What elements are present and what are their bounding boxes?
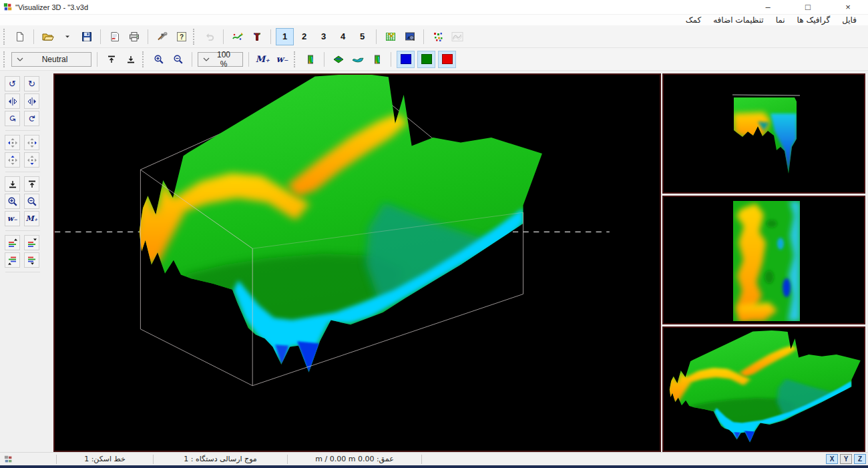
save-button[interactable] bbox=[77, 28, 95, 45]
axis-z-button[interactable]: Z bbox=[854, 454, 866, 464]
view-preset-5[interactable]: 5 bbox=[353, 28, 371, 45]
pan-down-icon bbox=[27, 155, 37, 166]
layer-down-button[interactable] bbox=[24, 235, 39, 250]
align-bottom-button[interactable] bbox=[122, 51, 140, 68]
rotate-y-right-button[interactable]: ↻ bbox=[24, 111, 39, 126]
filter-select-value: Neutral bbox=[23, 55, 86, 64]
toolbar-gripper[interactable] bbox=[3, 51, 6, 67]
toolbar-separator bbox=[423, 29, 424, 44]
layer-up-button[interactable] bbox=[5, 235, 20, 250]
pan-down-button[interactable] bbox=[24, 152, 39, 168]
view-preset-1[interactable]: 1 bbox=[276, 28, 294, 45]
zoom-in-icon bbox=[154, 54, 164, 65]
menu-extra-settings[interactable]: تنظیمات اضافه bbox=[707, 15, 769, 25]
close-button[interactable]: × bbox=[828, 0, 868, 15]
pan-left-button[interactable] bbox=[5, 135, 20, 150]
surface-3d-button[interactable] bbox=[329, 51, 347, 68]
signal-chart-button[interactable] bbox=[448, 28, 466, 45]
probe-button[interactable] bbox=[248, 28, 266, 45]
flip-right-button[interactable] bbox=[24, 93, 39, 109]
channel-green-button[interactable] bbox=[417, 51, 435, 68]
menu-help[interactable]: کمک bbox=[680, 15, 707, 25]
toolbar-gripper[interactable] bbox=[3, 29, 6, 45]
flip-lr-icon bbox=[7, 96, 18, 107]
undo-button[interactable] bbox=[200, 28, 218, 45]
pan-up-button[interactable] bbox=[5, 152, 20, 168]
top-down-heatmap-view[interactable] bbox=[662, 196, 865, 324]
channel-red-button[interactable] bbox=[438, 51, 456, 68]
tools-button[interactable] bbox=[153, 28, 171, 45]
point-cloud-button[interactable] bbox=[429, 28, 447, 45]
view-preset-3[interactable]: 3 bbox=[314, 28, 333, 45]
menu-graphics[interactable]: گرافیک ها bbox=[791, 15, 837, 25]
wave-decrease-button-glyph: w₋ bbox=[276, 54, 288, 64]
flip-left-button[interactable] bbox=[5, 93, 20, 109]
mini-3d-view[interactable] bbox=[662, 326, 865, 452]
minimize-button[interactable]: – bbox=[748, 0, 788, 15]
channel-blue-button[interactable] bbox=[397, 51, 415, 68]
scan-path-button[interactable] bbox=[228, 28, 246, 45]
layer-first-button[interactable] bbox=[5, 252, 20, 268]
layer-last-button[interactable] bbox=[24, 252, 39, 268]
view-preset-4[interactable]: 4 bbox=[334, 28, 352, 45]
toolbar-separator bbox=[270, 29, 271, 44]
sidebar-separator bbox=[5, 130, 40, 131]
rotate-x-forward-button[interactable]: ↻ bbox=[24, 76, 39, 91]
peak-increase-side-button[interactable]: M₊ bbox=[24, 211, 39, 226]
vertical-view-2-button[interactable] bbox=[368, 51, 386, 68]
sidebar-row bbox=[5, 93, 53, 109]
pan-right-button[interactable] bbox=[24, 135, 39, 150]
toolbar-gripper[interactable] bbox=[193, 29, 196, 45]
help-icon: ? bbox=[176, 31, 187, 42]
maximize-button[interactable]: □ bbox=[788, 0, 828, 15]
move-to-bottom-button[interactable] bbox=[5, 176, 20, 192]
sidebar-row bbox=[5, 252, 53, 268]
zoom-level-select[interactable]: 100 % bbox=[198, 52, 243, 67]
wave-decrease-side-button[interactable]: w₋ bbox=[5, 211, 20, 226]
peak-increase-button[interactable]: M₊ bbox=[254, 51, 272, 68]
front-elevation-scene bbox=[664, 75, 864, 192]
view-preset-2[interactable]: 2 bbox=[295, 28, 313, 45]
zoom-out-side-button[interactable] bbox=[24, 194, 39, 209]
move-to-top-button[interactable] bbox=[24, 176, 39, 192]
wave-decrease-button[interactable]: w₋ bbox=[273, 51, 291, 68]
axis-y-button[interactable]: Y bbox=[840, 454, 852, 464]
zoom-level-select-value: 100 % bbox=[210, 50, 238, 69]
screenshot-button[interactable] bbox=[401, 28, 419, 45]
menu-file[interactable]: فایل bbox=[836, 15, 863, 25]
surface-flat-button[interactable] bbox=[349, 51, 367, 68]
main-3d-view[interactable] bbox=[53, 73, 661, 452]
front-elevation-view[interactable] bbox=[662, 73, 865, 194]
pan-right-icon bbox=[27, 138, 37, 148]
align-top-button[interactable] bbox=[102, 51, 120, 68]
filter-select[interactable]: Neutral bbox=[11, 52, 91, 67]
open-file-button[interactable] bbox=[39, 28, 57, 45]
print-button[interactable] bbox=[125, 28, 143, 45]
menu-view[interactable]: نما bbox=[770, 15, 791, 25]
zoom-in-button[interactable] bbox=[150, 51, 168, 68]
layers-down-icon bbox=[27, 238, 37, 248]
thumb-vertical-icon bbox=[372, 54, 383, 65]
sidebar-row bbox=[5, 135, 53, 150]
rotate-y-left-button[interactable]: ↺ bbox=[5, 111, 20, 126]
toolbar-separator bbox=[148, 29, 148, 44]
toolbar-gripper[interactable] bbox=[294, 51, 296, 67]
new-document-icon bbox=[15, 31, 25, 42]
status-device-wave: موج ارسالی دستگاه : 1 bbox=[154, 453, 287, 465]
vertical-view-button[interactable] bbox=[301, 51, 319, 68]
layers-first-icon bbox=[7, 255, 18, 266]
new-file-button[interactable] bbox=[11, 28, 29, 45]
title-bar: "Visualizer 3D - "3.v3d –□× bbox=[0, 0, 868, 15]
screen-magnifier-icon bbox=[405, 31, 415, 42]
axis-x-button[interactable]: X bbox=[826, 454, 838, 464]
zoom-in-side-button[interactable] bbox=[5, 194, 20, 209]
rotate-x-back-button[interactable]: ↺ bbox=[5, 76, 20, 91]
channel-red-button-swatch bbox=[442, 54, 453, 64]
layers-up-icon bbox=[7, 238, 18, 248]
help-button[interactable]: ? bbox=[172, 28, 190, 45]
toolbar-gripper[interactable] bbox=[142, 51, 145, 67]
grid-view-button[interactable] bbox=[381, 28, 399, 45]
print-preview-button[interactable] bbox=[105, 28, 124, 45]
zoom-out-button[interactable] bbox=[169, 51, 187, 68]
open-file-dropdown[interactable] bbox=[58, 28, 76, 45]
